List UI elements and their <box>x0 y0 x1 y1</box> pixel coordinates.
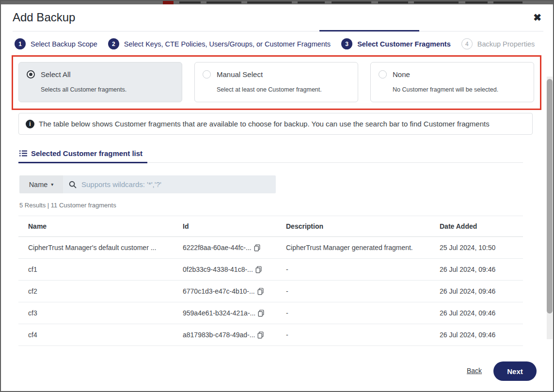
scope-options: Select All Selects all Customer fragment… <box>18 62 534 102</box>
results-summary: 5 Results | 11 Customer fragments <box>19 202 116 209</box>
option-title: Select All <box>41 70 71 78</box>
tab-bar: Selected Customer fragment list <box>18 147 523 163</box>
copy-icon[interactable] <box>258 310 264 317</box>
info-icon: i <box>26 120 34 128</box>
option-card-manual-select[interactable]: Manual Select Select at least one Custom… <box>194 62 358 102</box>
table-row: CipherTrust Manager's default customer .… <box>18 237 523 259</box>
cell-id: 6770c1d3-e47c-4b10-... <box>183 287 286 295</box>
column-header-name: Name <box>28 222 183 230</box>
cell-date-added: 26 Jul 2024, 09:46 <box>440 266 533 273</box>
search-field-value: Name <box>29 181 48 188</box>
step-2-label: Select Keys, CTE Policies, Users/Groups,… <box>124 40 331 48</box>
cell-name: cf2 <box>28 287 183 295</box>
id-text: 959a4e61-b324-421a-... <box>183 309 255 317</box>
search-input-wrapper <box>63 175 276 193</box>
step-select-backup-scope[interactable]: 1 Select Backup Scope <box>15 38 97 49</box>
search-field-dropdown[interactable]: Name ▾ <box>19 175 63 193</box>
close-icon[interactable]: ✖ <box>533 13 541 22</box>
cell-name: cf1 <box>28 266 183 273</box>
active-tab-underline <box>18 162 147 163</box>
cell-description: - <box>286 266 440 273</box>
step-backup-properties[interactable]: 4 Backup Properties <box>461 38 535 49</box>
next-button[interactable]: Next <box>493 361 537 381</box>
search-input[interactable] <box>81 180 270 188</box>
search-icon <box>69 181 77 188</box>
table-row: cf3 959a4e61-b324-421a-... - 26 Jul 2024… <box>18 302 523 324</box>
cell-name: cf3 <box>28 309 183 317</box>
step-select-keys[interactable]: 2 Select Keys, CTE Policies, Users/Group… <box>108 38 331 49</box>
option-description: No Customer fragment will be selected. <box>393 86 498 93</box>
radio-manual-select[interactable] <box>203 70 211 78</box>
table-row: cf1 0f2b33c9-4338-41c8-... - 26 Jul 2024… <box>18 259 523 281</box>
scrollbar-thumb[interactable] <box>547 79 553 314</box>
step-1-label: Select Backup Scope <box>31 40 97 48</box>
step-3-label: Select Customer Fragments <box>357 40 451 48</box>
background-page-strip <box>1 1 554 4</box>
cell-date-added: 26 Jul 2024, 09:46 <box>440 331 533 339</box>
copy-icon[interactable] <box>255 266 262 273</box>
id-text: 0f2b33c9-4338-41c8-... <box>183 266 253 273</box>
tab-label: Selected Customer fragment list <box>31 149 142 157</box>
cell-description: - <box>286 309 440 317</box>
info-banner: i The table below shows Customer fragmen… <box>18 113 533 135</box>
id-text: a817983b-c478-49ad-... <box>183 331 255 339</box>
cell-id: 959a4e61-b324-421a-... <box>183 309 286 317</box>
customer-fragments-table: Name Id Description Date Added CipherTru… <box>18 216 523 346</box>
header-divider <box>13 31 543 31</box>
cell-id: 0f2b33c9-4338-41c8-... <box>183 266 286 273</box>
active-step-progress-bar <box>319 30 419 31</box>
option-description: Select at least one Customer fragment. <box>217 86 322 93</box>
step-1-badge: 1 <box>15 38 26 49</box>
table-row: cf4 a817983b-c478-49ad-... - 26 Jul 2024… <box>18 324 523 346</box>
background-red-fragment <box>163 1 174 4</box>
cell-description: CipherTrust Manager generated fragment. <box>286 244 440 251</box>
copy-icon[interactable] <box>254 244 260 251</box>
option-card-select-all[interactable]: Select All Selects all Customer fragment… <box>18 62 182 102</box>
list-icon <box>19 150 27 157</box>
cell-id: 6222f8aa-60ae-44fc-... <box>183 244 286 251</box>
cell-date-added: 25 Jul 2024, 10:50 <box>440 244 533 251</box>
cell-name: cf4 <box>28 331 183 339</box>
chevron-down-icon: ▾ <box>51 182 53 187</box>
step-3-badge: 3 <box>341 38 352 49</box>
column-header-description: Description <box>286 222 440 230</box>
column-header-id: Id <box>183 222 286 230</box>
cell-date-added: 26 Jul 2024, 09:46 <box>440 309 533 317</box>
radio-select-all[interactable] <box>27 70 35 78</box>
step-4-label: Backup Properties <box>477 40 535 48</box>
option-title: Manual Select <box>217 70 263 78</box>
step-2-badge: 2 <box>108 38 119 49</box>
step-4-badge: 4 <box>461 38 473 49</box>
page-title: Add Backup <box>13 11 75 24</box>
copy-icon[interactable] <box>257 288 264 295</box>
table-header-row: Name Id Description Date Added <box>18 216 523 237</box>
radio-none[interactable] <box>379 70 387 78</box>
step-select-customer-fragments[interactable]: 3 Select Customer Fragments <box>341 38 451 49</box>
option-title: None <box>393 70 410 78</box>
option-description: Selects all Customer fragments. <box>41 86 127 93</box>
tab-selected-customer-fragment-list[interactable]: Selected Customer fragment list <box>19 149 142 157</box>
cell-date-added: 26 Jul 2024, 09:46 <box>440 287 533 295</box>
search-bar: Name ▾ <box>19 175 276 193</box>
option-card-none[interactable]: None No Customer fragment will be select… <box>370 62 534 102</box>
add-backup-modal: Add Backup ✖ 1 Select Backup Scope 2 Sel… <box>0 0 554 392</box>
table-row: cf2 6770c1d3-e47c-4b10-... - 26 Jul 2024… <box>18 281 523 302</box>
column-header-date-added: Date Added <box>440 222 533 230</box>
wizard-stepper: 1 Select Backup Scope 2 Select Keys, CTE… <box>15 38 535 49</box>
info-banner-text: The table below shows Customer fragments… <box>39 120 490 128</box>
cell-description: - <box>286 331 440 339</box>
back-button[interactable]: Back <box>467 367 482 375</box>
id-text: 6770c1d3-e47c-4b10-... <box>183 287 255 295</box>
cell-description: - <box>286 287 440 295</box>
cell-id: a817983b-c478-49ad-... <box>183 331 286 339</box>
cell-name: CipherTrust Manager's default customer .… <box>28 244 183 251</box>
copy-icon[interactable] <box>257 331 264 339</box>
id-text: 6222f8aa-60ae-44fc-... <box>183 244 252 251</box>
